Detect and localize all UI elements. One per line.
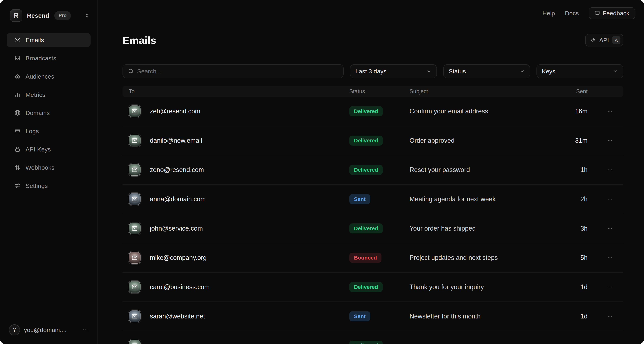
globe-icon [14, 110, 21, 116]
table-row[interactable]: john@service.com Delivered Your order ha… [122, 214, 623, 243]
docs-link[interactable]: Docs [565, 10, 579, 17]
email-subject: Confirm your email address [410, 108, 488, 115]
help-link[interactable]: Help [542, 10, 555, 17]
table-row[interactable]: mike@company.org Bounced Project updates… [122, 243, 623, 272]
row-menu-ellipsis-icon[interactable] [604, 281, 616, 293]
status-badge: Delivered [349, 136, 383, 146]
code-icon [590, 38, 596, 43]
sent-time: 3h [580, 225, 588, 232]
date-range-dropdown[interactable]: Last 3 days [350, 64, 437, 78]
row-menu-ellipsis-icon[interactable] [604, 310, 616, 322]
chevron-down-icon [426, 69, 432, 74]
search-input[interactable] [137, 68, 338, 75]
row-menu-ellipsis-icon[interactable] [604, 222, 616, 235]
email-subject: Thank you for your inquiry [410, 283, 484, 290]
mail-icon [14, 37, 21, 43]
row-menu-ellipsis-icon[interactable] [604, 134, 616, 147]
table-row[interactable]: danilo@new.email Delivered Order approve… [122, 126, 623, 156]
status-badge: Sent [349, 311, 370, 321]
mail-tile [129, 310, 140, 322]
org-name: Resend [27, 12, 49, 19]
mail-tile [129, 135, 140, 146]
arrows-up-down-icon [14, 164, 21, 171]
status-dropdown[interactable]: Status [443, 64, 530, 78]
message-square-icon [594, 10, 600, 16]
row-menu-ellipsis-icon[interactable] [604, 193, 616, 206]
chevrons-up-down-icon [84, 13, 90, 18]
user-menu-ellipsis-icon[interactable] [80, 325, 90, 335]
table-row[interactable]: carol@business.com Delivered Thank you f… [122, 272, 623, 302]
feedback-label: Feedback [603, 10, 629, 17]
sent-time: 16m [575, 108, 588, 115]
sent-time: 31m [575, 137, 588, 144]
users-icon [14, 73, 21, 80]
table-row[interactable]: zeh@resend.com Delivered Confirm your em… [122, 97, 623, 126]
email-subject: Meeting agenda for next week [410, 196, 496, 203]
mail-tile [129, 222, 140, 234]
api-button-label: API [599, 37, 609, 44]
sent-time: 1h [580, 166, 588, 174]
recipient-email: anna@domain.com [150, 196, 206, 203]
table-row[interactable]: sarah@website.net Sent Newsletter for th… [122, 302, 623, 331]
recipient-email: mike@company.org [150, 254, 207, 262]
sidebar-item-label: Domains [26, 110, 50, 116]
rows-icon [14, 128, 21, 134]
sidebar-item-logs[interactable]: Logs [6, 124, 90, 138]
column-header-sent: Sent [575, 88, 596, 95]
sidebar-item-label: Emails [26, 36, 44, 44]
feedback-button[interactable]: Feedback [589, 7, 635, 19]
sidebar-item-label: Audiences [26, 73, 54, 80]
resend-app-window: R Resend Pro Emails Broadcasts [0, 0, 644, 344]
recipient-email: john@service.com [150, 225, 203, 232]
search-icon [128, 68, 134, 74]
table-header: To Status Subject Sent [122, 86, 623, 97]
recipient-email: carol@business.com [150, 283, 210, 291]
status-badge: Delivered [349, 106, 383, 116]
sidebar-item-metrics[interactable]: Metrics [6, 88, 90, 102]
api-button[interactable]: API A [585, 34, 623, 46]
mail-tile [129, 281, 140, 293]
table-row[interactable]: anna@domain.com Sent Meeting agenda for … [122, 185, 623, 214]
sidebar: R Resend Pro Emails Broadcasts [0, 0, 98, 344]
table-row[interactable]: Delivered [122, 331, 623, 344]
keys-value: Keys [542, 68, 556, 75]
search-box [122, 64, 344, 78]
status-badge: Delivered [349, 165, 383, 175]
sidebar-item-api-keys[interactable]: API Keys [6, 142, 90, 156]
sidebar-item-webhooks[interactable]: Webhooks [6, 161, 90, 174]
plan-badge: Pro [54, 11, 71, 20]
user-account-row[interactable]: Y you@domain.... [9, 324, 90, 336]
sliders-icon [14, 182, 21, 189]
status-badge: Sent [349, 194, 370, 204]
mail-tile [129, 193, 140, 205]
row-menu-ellipsis-icon[interactable] [604, 164, 616, 176]
recipient-email: zeno@resend.com [150, 166, 204, 174]
sidebar-item-label: API Keys [26, 146, 51, 153]
email-subject: Newsletter for this month [410, 312, 480, 320]
sent-time: 2h [580, 196, 588, 203]
sidebar-item-label: Settings [26, 182, 48, 189]
main-panel: Help Docs Feedback Emails API A [98, 0, 644, 344]
status-value: Status [448, 68, 466, 75]
page-title: Emails [122, 34, 156, 46]
row-menu-ellipsis-icon[interactable] [604, 339, 616, 344]
row-menu-ellipsis-icon[interactable] [604, 105, 616, 118]
status-badge: Delivered [349, 282, 383, 292]
chevron-down-icon [613, 69, 618, 74]
sidebar-item-label: Logs [26, 128, 39, 135]
mail-tile [129, 340, 140, 344]
keys-dropdown[interactable]: Keys [536, 64, 623, 78]
sidebar-item-broadcasts[interactable]: Broadcasts [6, 52, 90, 65]
row-menu-ellipsis-icon[interactable] [604, 252, 616, 264]
sidebar-item-label: Broadcasts [26, 55, 56, 62]
sidebar-nav: Emails Broadcasts Audiences Metrics [6, 33, 90, 197]
sidebar-item-settings[interactable]: Settings [6, 179, 90, 192]
sidebar-item-domains[interactable]: Domains [6, 106, 90, 120]
email-subject: Reset your password [410, 166, 470, 174]
email-subject: Project updates and next steps [410, 254, 498, 261]
table-row[interactable]: zeno@resend.com Delivered Reset your pas… [122, 156, 623, 185]
column-header-subject: Subject [403, 88, 575, 95]
sidebar-item-audiences[interactable]: Audiences [6, 70, 90, 83]
sidebar-item-emails[interactable]: Emails [6, 33, 90, 47]
org-switcher[interactable]: R Resend Pro [10, 9, 90, 22]
